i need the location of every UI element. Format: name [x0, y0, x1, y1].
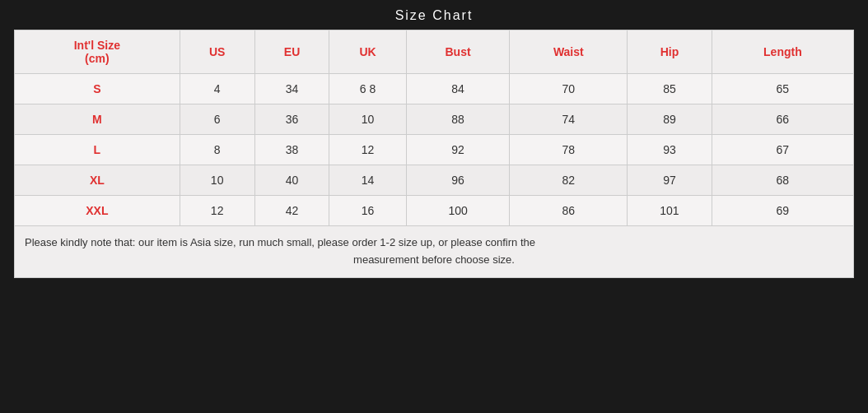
cell-eu: 40	[254, 165, 329, 196]
table-row: M6361088748966	[15, 104, 854, 135]
cell-hip: 89	[628, 104, 712, 135]
cell-uk: 16	[329, 196, 406, 226]
header-intl-size: Int'l Size(cm)	[15, 30, 180, 74]
cell-size: XXL	[15, 196, 180, 226]
cell-uk: 12	[329, 135, 406, 165]
cell-us: 10	[180, 165, 254, 196]
cell-eu: 38	[254, 135, 329, 165]
header-waist: Waist	[510, 30, 628, 74]
header-hip: Hip	[628, 30, 712, 74]
cell-waist: 70	[510, 74, 628, 104]
header-uk: UK	[329, 30, 406, 74]
cell-uk: 10	[329, 104, 406, 135]
cell-us: 6	[180, 104, 254, 135]
cell-length: 67	[712, 135, 853, 165]
note-line2: measurement before choose size.	[25, 252, 843, 269]
cell-bust: 88	[406, 104, 510, 135]
cell-length: 69	[712, 196, 853, 226]
header-bust: Bust	[406, 30, 510, 74]
cell-waist: 82	[510, 165, 628, 196]
header-us: US	[180, 30, 254, 74]
cell-hip: 93	[628, 135, 712, 165]
header-length: Length	[712, 30, 853, 74]
cell-hip: 97	[628, 165, 712, 196]
cell-waist: 78	[510, 135, 628, 165]
table-row: L8381292789367	[15, 135, 854, 165]
cell-size: M	[15, 104, 180, 135]
cell-hip: 101	[628, 196, 712, 226]
note-line1: Please kindly note that: our item is Asi…	[25, 236, 535, 248]
cell-eu: 36	[254, 104, 329, 135]
size-table: Int'l Size(cm) US EU UK Bust Waist Hip L…	[14, 30, 854, 278]
cell-hip: 85	[628, 74, 712, 104]
chart-title: Size Chart	[395, 8, 474, 23]
cell-bust: 92	[406, 135, 510, 165]
cell-us: 12	[180, 196, 254, 226]
cell-bust: 96	[406, 165, 510, 196]
table-header-row: Int'l Size(cm) US EU UK Bust Waist Hip L…	[15, 30, 854, 74]
table-row: S4346 884708565	[15, 74, 854, 104]
cell-waist: 86	[510, 196, 628, 226]
note-text: Please kindly note that: our item is Asi…	[15, 226, 854, 278]
cell-size: XL	[15, 165, 180, 196]
table-row: XL10401496829768	[15, 165, 854, 196]
cell-bust: 100	[406, 196, 510, 226]
cell-us: 4	[180, 74, 254, 104]
cell-uk: 14	[329, 165, 406, 196]
cell-us: 8	[180, 135, 254, 165]
note-row: Please kindly note that: our item is Asi…	[15, 226, 854, 278]
table-row: XXL1242161008610169	[15, 196, 854, 226]
header-eu: EU	[254, 30, 329, 74]
cell-length: 66	[712, 104, 853, 135]
cell-bust: 84	[406, 74, 510, 104]
cell-eu: 42	[254, 196, 329, 226]
cell-size: S	[15, 74, 180, 104]
cell-waist: 74	[510, 104, 628, 135]
cell-length: 65	[712, 74, 853, 104]
cell-uk: 6 8	[329, 74, 406, 104]
cell-size: L	[15, 135, 180, 165]
cell-length: 68	[712, 165, 853, 196]
cell-eu: 34	[254, 74, 329, 104]
